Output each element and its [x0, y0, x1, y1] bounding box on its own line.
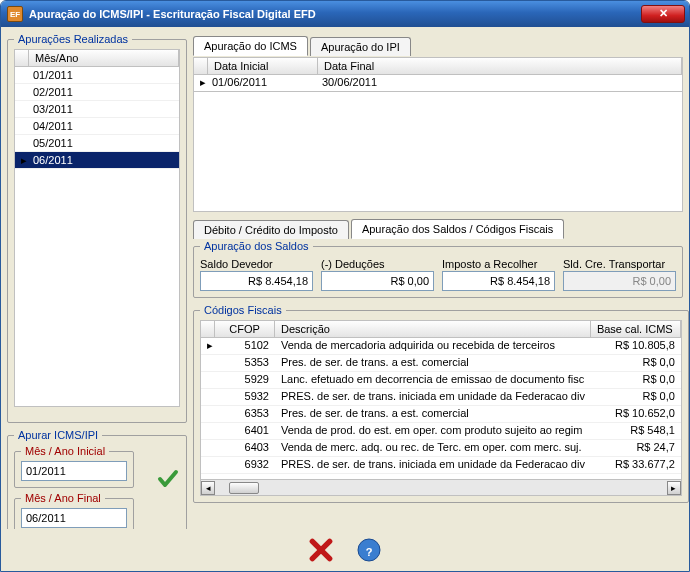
cfop-cell-code: 6401	[215, 423, 275, 439]
mesano-cell: 02/2011	[27, 86, 179, 98]
cfop-cell-base: R$ 0,0	[591, 355, 681, 371]
row-pointer-icon	[201, 406, 215, 422]
tab-debito-credito[interactable]: Débito / Crédito do Imposto	[193, 220, 349, 239]
data-inicial-value: 01/06/2011	[206, 75, 316, 91]
mes-final-input[interactable]	[21, 508, 127, 528]
cfop-cell-code: 6403	[215, 440, 275, 456]
mesano-cell: 03/2011	[27, 103, 179, 115]
cfop-cell-base: R$ 10.805,8	[591, 338, 681, 354]
cfop-row[interactable]: 6353Pres. de ser. de trans. a est. comer…	[201, 406, 681, 423]
apuracao-saldos-group: Apuração dos Saldos Saldo Devedor (-) De…	[193, 240, 683, 298]
apurar-legend: Apurar ICMS/IPI	[14, 429, 102, 441]
window-titlebar: EF Apuração do ICMS/IPI - Escrituração F…	[1, 1, 689, 27]
row-pointer-icon	[201, 372, 215, 388]
mesano-grid[interactable]: 01/201102/201103/201104/201105/2011▸06/2…	[14, 67, 180, 407]
mesano-cell: 05/2011	[27, 137, 179, 149]
tab-apuracao-saldos[interactable]: Apuração dos Saldos / Códigos Fiscais	[351, 219, 564, 239]
cfop-cell-desc: PRES. de ser. de trans. iniciada em unid…	[275, 389, 591, 405]
col-data-inicial: Data Inicial	[208, 58, 318, 74]
row-pointer-icon	[201, 389, 215, 405]
row-pointer-icon	[201, 440, 215, 456]
cfop-cell-base: R$ 33.677,2	[591, 457, 681, 473]
codigos-fiscais-legend: Códigos Fiscais	[200, 304, 286, 316]
imposto-recolher-label: Imposto a Recolher	[442, 258, 555, 270]
cfop-cell-desc: PRES. de ser. de trans. iniciada em unid…	[275, 457, 591, 473]
cfop-header: CFOP Descrição Base cal. ICMS	[200, 320, 682, 338]
cfop-row[interactable]: 5353Pres. de ser. de trans. a est. comer…	[201, 355, 681, 372]
row-pointer-icon	[201, 355, 215, 371]
close-icon: ✕	[659, 7, 668, 19]
apuracoes-realizadas-group: Apurações Realizadas Mês/Ano 01/201102/2…	[7, 33, 187, 423]
main-tabs: Apuração do ICMS Apuração do IPI	[193, 33, 683, 55]
cfop-cell-desc: Lanc. efetuado em decorrencia de emissao…	[275, 372, 591, 388]
sld-transportar-input	[563, 271, 676, 291]
deducoes-input[interactable]	[321, 271, 434, 291]
mesano-cell: 04/2011	[27, 120, 179, 132]
col-cfop: CFOP	[215, 321, 275, 337]
cfop-cell-desc: Pres. de ser. de trans. a est. comercial	[275, 355, 591, 371]
imposto-recolher-input[interactable]	[442, 271, 555, 291]
date-grid-row[interactable]: ▸ 01/06/2011 30/06/2011	[193, 75, 683, 92]
cfop-cell-base: R$ 24,7	[591, 440, 681, 456]
cfop-cell-desc: Venda de prod. do est. em oper. com prod…	[275, 423, 591, 439]
scroll-left-arrow-icon[interactable]: ◂	[201, 481, 215, 495]
cfop-cell-base: R$ 548,1	[591, 423, 681, 439]
data-final-value: 30/06/2011	[316, 75, 682, 91]
cfop-row[interactable]: 6401Venda de prod. do est. em oper. com …	[201, 423, 681, 440]
cross-icon	[308, 537, 334, 563]
close-button[interactable]: ✕	[641, 5, 685, 23]
cfop-cell-desc: Venda de mercadoria adquirida ou recebid…	[275, 338, 591, 354]
deducoes-label: (-) Deduções	[321, 258, 434, 270]
tab-apuracao-ipi[interactable]: Apuração do IPI	[310, 37, 411, 56]
scroll-thumb[interactable]	[229, 482, 259, 494]
mesano-row[interactable]: 03/2011	[15, 101, 179, 118]
mesano-row[interactable]: 02/2011	[15, 84, 179, 101]
sld-transportar-label: Sld. Cre. Transportar	[563, 258, 676, 270]
cfop-row[interactable]: 5929Lanc. efetuado em decorrencia de emi…	[201, 372, 681, 389]
codigos-fiscais-group: Códigos Fiscais CFOP Descrição Base cal.…	[193, 304, 689, 503]
saldo-devedor-input[interactable]	[200, 271, 313, 291]
cfop-cell-desc: Pres. de ser. de trans. a est. comercial	[275, 406, 591, 422]
date-grid-header: Data Inicial Data Final	[193, 57, 683, 75]
apuracao-saldos-legend: Apuração dos Saldos	[200, 240, 313, 252]
saldo-devedor-label: Saldo Devedor	[200, 258, 313, 270]
row-pointer-icon: ▸	[15, 154, 27, 167]
mesano-col-header: Mês/Ano	[29, 50, 179, 66]
mesano-row[interactable]: 04/2011	[15, 118, 179, 135]
row-pointer-icon	[201, 457, 215, 473]
scroll-right-arrow-icon[interactable]: ▸	[667, 481, 681, 495]
mesano-cell: 01/2011	[27, 69, 179, 81]
row-pointer-icon: ▸	[201, 338, 215, 354]
window-title: Apuração do ICMS/IPI - Escrituração Fisc…	[29, 8, 641, 20]
help-button[interactable]: ?	[354, 535, 384, 565]
cfop-row[interactable]: 6932PRES. de ser. de trans. iniciada em …	[201, 457, 681, 474]
cfop-cell-base: R$ 0,0	[591, 389, 681, 405]
cfop-row[interactable]: 5932PRES. de ser. de trans. iniciada em …	[201, 389, 681, 406]
cfop-row[interactable]: 6403Venda de merc. adq. ou rec. de Terc.…	[201, 440, 681, 457]
confirm-icon[interactable]	[156, 467, 180, 491]
mesano-row[interactable]: 05/2011	[15, 135, 179, 152]
cfop-grid[interactable]: ▸5102Venda de mercadoria adquirida ou re…	[200, 338, 682, 480]
cfop-cell-code: 6932	[215, 457, 275, 473]
mes-inicial-field: Mês / Ano Inicial	[14, 445, 134, 488]
bottom-toolbar: ?	[1, 529, 689, 571]
tab-apuracao-icms[interactable]: Apuração do ICMS	[193, 36, 308, 56]
cfop-cell-code: 5353	[215, 355, 275, 371]
mes-inicial-input[interactable]	[21, 461, 127, 481]
cfop-cell-base: R$ 10.652,0	[591, 406, 681, 422]
cfop-cell-code: 5102	[215, 338, 275, 354]
cfop-cell-code: 5929	[215, 372, 275, 388]
cfop-row[interactable]: ▸5102Venda de mercadoria adquirida ou re…	[201, 338, 681, 355]
app-icon: EF	[7, 6, 23, 22]
col-descricao: Descrição	[275, 321, 591, 337]
svg-text:?: ?	[366, 546, 373, 558]
cfop-cell-base: R$ 0,0	[591, 372, 681, 388]
horizontal-scrollbar[interactable]: ◂ ▸	[200, 480, 682, 496]
mes-final-label: Mês / Ano Final	[21, 492, 105, 504]
cancel-button[interactable]	[306, 535, 336, 565]
help-icon: ?	[357, 538, 381, 562]
mesano-row[interactable]: 01/2011	[15, 67, 179, 84]
mesano-row[interactable]: ▸06/2011	[15, 152, 179, 169]
cfop-cell-code: 6353	[215, 406, 275, 422]
row-pointer-icon	[201, 423, 215, 439]
